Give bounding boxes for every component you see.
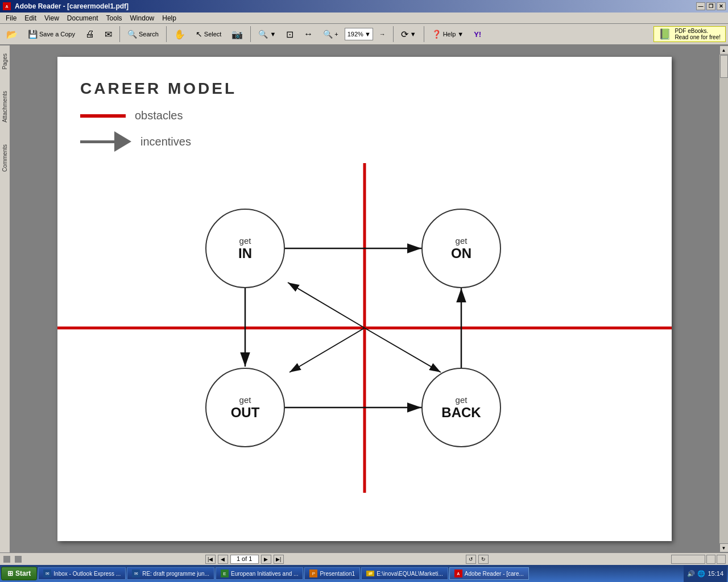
next-page-button[interactable]: ▶ (261, 555, 271, 564)
help-label: Help (443, 31, 456, 38)
zoom-out-button[interactable]: 🔍 ▼ (254, 26, 280, 43)
menu-file[interactable]: File (2, 13, 20, 23)
hand-tool-button[interactable]: ✋ (170, 26, 189, 43)
pdf-ebooks-banner[interactable]: 📗 PDF eBooks. Read one for free! (653, 26, 726, 42)
outlook2-icon: ✉ (132, 569, 140, 577)
window-title: Adobe Reader - [careermodel1.pdf] (15, 2, 129, 10)
search-icon: 🔍 (127, 30, 137, 39)
yahoo-icon: Y! (474, 30, 481, 39)
taskbar-item-folder[interactable]: 📁 E:\inova\EQUAL\Marketi... (361, 567, 448, 580)
rotate-button[interactable]: ⟳ ▼ (397, 26, 420, 43)
incentives-label: incentives (140, 135, 191, 148)
minimize-button[interactable]: — (696, 2, 705, 10)
comments-tab[interactable]: Comments (1, 142, 9, 174)
app-icon: A (2, 2, 11, 11)
euro-icon: E (221, 569, 229, 577)
ebook-icon: 📗 (659, 28, 671, 40)
status-right: ↺ ↻ (466, 555, 489, 564)
taskbar-item-european-label: European Initiatives and ... (231, 571, 298, 577)
menu-help[interactable]: Help (159, 13, 180, 23)
rotate-status-button[interactable]: ↺ (466, 555, 476, 564)
page-number-box[interactable]: 1 of 1 (230, 555, 259, 564)
outlook-icon: ✉ (43, 569, 51, 577)
get-on-get: get (456, 236, 468, 246)
yahoo-button[interactable]: Y! (470, 26, 485, 43)
separator-2 (166, 26, 167, 42)
zoom-apply-button[interactable]: → (375, 26, 390, 43)
help-button[interactable]: ❓ Help ▼ (428, 26, 468, 43)
rotate-cw-button[interactable]: ↻ (478, 555, 489, 564)
fit-width-button[interactable]: ↔ (300, 26, 317, 43)
open-button[interactable]: 📂 (2, 26, 22, 43)
legend: obstacles incentives (80, 109, 649, 152)
restore-button[interactable]: ❐ (706, 2, 715, 10)
adobe-taskbar-icon: A (454, 569, 462, 577)
save-copy-button[interactable]: 💾 Save a Copy (24, 26, 79, 43)
legend-obstacles: obstacles (80, 109, 649, 122)
get-in-get: get (239, 236, 251, 246)
fit-width-icon: ↔ (304, 29, 313, 39)
obstacle-line-icon (80, 114, 126, 118)
start-icon: ⊞ (7, 569, 13, 577)
toolbar: 📂 💾 Save a Copy 🖨 ✉ 🔍 Search ✋ ↖ Select … (0, 24, 728, 45)
email-button[interactable]: ✉ (101, 26, 116, 43)
taskbar-item-draft[interactable]: ✉ RE: draft programme jun... (127, 567, 214, 580)
start-button[interactable]: ⊞ Start (1, 567, 37, 580)
panel-btn-1[interactable] (706, 555, 715, 564)
taskbar-item-presentation[interactable]: P Presentation1 (304, 567, 360, 580)
attachments-tab[interactable]: Attachments (1, 89, 9, 125)
fit-page-button[interactable]: ⊡ (282, 26, 297, 43)
get-out-word: OUT (231, 405, 260, 421)
menu-tools[interactable]: Tools (103, 13, 126, 23)
pages-tab[interactable]: Pages (1, 51, 9, 72)
ebook-text: PDF eBooks. Read one for free! (675, 28, 721, 40)
last-page-button[interactable]: ▶| (274, 555, 284, 564)
svg-line-6 (289, 328, 365, 372)
menu-document[interactable]: Document (64, 13, 102, 23)
first-page-button[interactable]: |◀ (205, 555, 216, 564)
title-bar-controls: — ❐ ✕ (696, 2, 726, 10)
menu-edit[interactable]: Edit (21, 13, 40, 23)
open-icon: 📂 (6, 29, 18, 40)
close-button[interactable]: ✕ (717, 2, 726, 10)
scroll-up-button[interactable]: ▲ (719, 45, 729, 55)
scroll-down-button[interactable]: ▼ (719, 543, 729, 552)
vertical-scrollbar[interactable]: ▲ ▼ (719, 45, 728, 552)
status-left (2, 555, 23, 564)
page-navigation: |◀ ◀ 1 of 1 ▶ ▶| (205, 555, 284, 564)
panel-splitter[interactable] (671, 555, 705, 564)
select-button[interactable]: ↖ Select (192, 26, 226, 43)
taskbar-item-outlook[interactable]: ✉ Inbox - Outlook Express ... (38, 567, 126, 580)
pdf-ebooks-area: 📗 PDF eBooks. Read one for free! (653, 26, 726, 42)
circle-back: get BACK (421, 368, 501, 447)
panel-btn-2[interactable] (717, 555, 726, 564)
taskbar-item-european[interactable]: E European Initiatives and ... (216, 567, 303, 580)
help-icon: ❓ (432, 30, 441, 39)
scroll-thumb[interactable] (720, 55, 728, 78)
print-button[interactable]: 🖨 (81, 26, 98, 43)
scroll-track[interactable] (719, 55, 729, 543)
separator-1 (119, 26, 120, 42)
fit-page-icon: ⊡ (286, 29, 293, 40)
prev-page-button[interactable]: ◀ (218, 555, 228, 564)
search-button[interactable]: 🔍 Search (123, 26, 163, 43)
email-icon: ✉ (105, 29, 112, 40)
snapshot-button[interactable]: 📷 (228, 26, 247, 43)
zoom-in-button[interactable]: 🔍 + (319, 26, 342, 43)
zoom-level[interactable]: 192% ▼ (345, 28, 373, 40)
taskbar-item-adobe[interactable]: A Adobe Reader - [care... (449, 567, 529, 580)
print-icon: 🖨 (85, 29, 94, 39)
taskbar-item-folder-label: E:\inova\EQUAL\Marketi... (377, 571, 443, 577)
incentive-arrow-icon (80, 131, 131, 152)
save-icon: 💾 (28, 30, 38, 39)
snapshot-icon: 📷 (231, 29, 243, 40)
taskbar-item-draft-label: RE: draft programme jun... (142, 571, 209, 577)
menu-view[interactable]: View (41, 13, 63, 23)
document-area[interactable]: CAREER MODEL obstacles incentives (10, 45, 719, 552)
search-label: Search (139, 31, 159, 38)
menu-window[interactable]: Window (127, 13, 158, 23)
separator-3 (250, 26, 251, 42)
title-bar: A Adobe Reader - [careermodel1.pdf] — ❐ … (0, 0, 728, 13)
hand-icon: ✋ (174, 29, 185, 40)
pdf-page: CAREER MODEL obstacles incentives (57, 57, 672, 541)
